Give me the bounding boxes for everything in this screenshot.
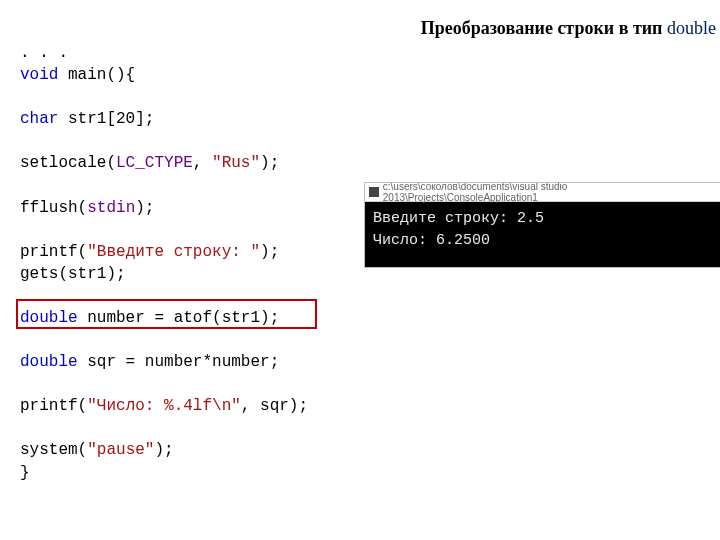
heading-mid: в тип: [619, 18, 667, 38]
console-line: Число: 6.2500: [373, 232, 490, 249]
code-const: stdin: [87, 199, 135, 217]
code-const: LC_CTYPE: [116, 154, 193, 172]
code-str: "Число: %.4lf\n": [87, 397, 241, 415]
code-text: );: [135, 199, 154, 217]
code-text: main(){: [58, 66, 135, 84]
code-text: system(: [20, 441, 87, 459]
console-title-text: c:\users\соколов\documents\visual studio…: [383, 182, 717, 203]
code-text: sqr = number*number;: [78, 353, 280, 371]
code-kw: char: [20, 110, 58, 128]
heading-bold: Преобразование строки: [421, 18, 619, 38]
console-line: Введите строку: 2.5: [373, 210, 544, 227]
code-str: "pause": [87, 441, 154, 459]
slide-heading: Преобразование строки в тип double: [421, 18, 716, 39]
code-text: printf(: [20, 397, 87, 415]
console-icon: [369, 187, 379, 197]
code-block: . . . void main(){ char str1[20]; setloc…: [20, 20, 360, 484]
code-text: );: [154, 441, 173, 459]
code-str: "Rus": [212, 154, 260, 172]
code-text: number = atof(str1);: [78, 309, 280, 327]
code-text: , sqr);: [241, 397, 308, 415]
heading-type: double: [667, 18, 716, 38]
console-window: c:\users\соколов\documents\visual studio…: [364, 182, 720, 268]
code-text: fflush(: [20, 199, 87, 217]
code-text: );: [260, 243, 279, 261]
console-titlebar: c:\users\соколов\documents\visual studio…: [365, 183, 720, 202]
code-kw: double: [20, 353, 78, 371]
code-kw: double: [20, 309, 78, 327]
code-text: str1[20];: [58, 110, 154, 128]
code-str: "Введите строку: ": [87, 243, 260, 261]
console-body: Введите строку: 2.5 Число: 6.2500: [365, 202, 720, 268]
code-text: );: [260, 154, 279, 172]
code-text: setlocale(: [20, 154, 116, 172]
code-kw: void: [20, 66, 58, 84]
code-text: printf(: [20, 243, 87, 261]
code-line: . . .: [20, 44, 68, 62]
code-text: ,: [193, 154, 212, 172]
code-line: }: [20, 464, 30, 482]
code-line: gets(str1);: [20, 265, 126, 283]
